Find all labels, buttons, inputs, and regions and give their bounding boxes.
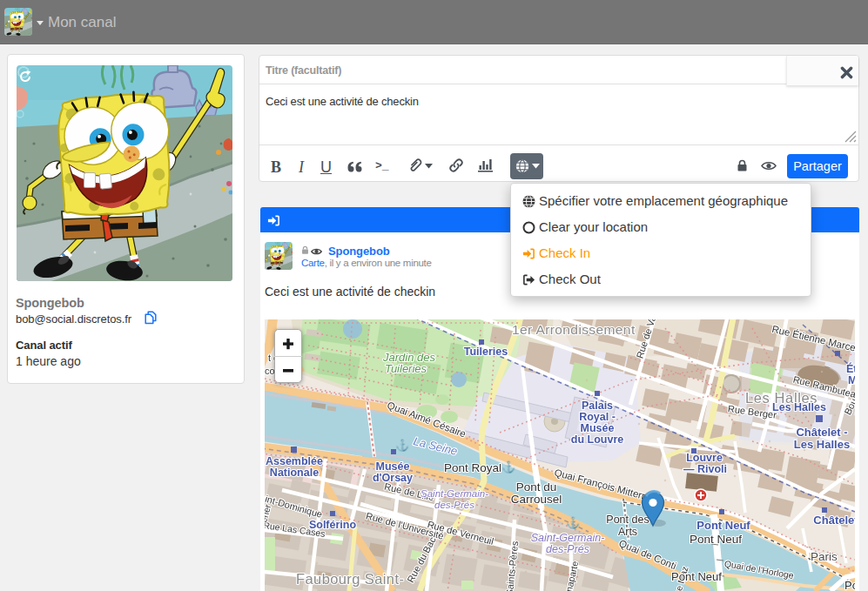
svg-text:co: co: [265, 366, 275, 376]
svg-text:Tuileries: Tuileries: [385, 362, 427, 375]
svg-text:Pont N: Pont N: [844, 579, 855, 591]
svg-text:Pont du: Pont du: [516, 480, 557, 494]
svg-text:Tuileries: Tuileries: [464, 346, 508, 358]
svg-text:Saint-Germain-: Saint-Germain-: [421, 488, 488, 499]
svg-text:⚓: ⚓: [395, 438, 410, 453]
svg-text:Assemblée: Assemblée: [266, 455, 323, 467]
svg-text:Palais: Palais: [582, 400, 613, 412]
svg-text:Saint-Germain-: Saint-Germain-: [531, 532, 605, 544]
svg-text:Paris: Paris: [811, 550, 838, 563]
svg-text:d'Orsay: d'Orsay: [373, 472, 413, 484]
svg-text:des-Prés: des-Prés: [546, 543, 589, 555]
svg-text:⚓: ⚓: [566, 515, 581, 530]
svg-text:Nationale: Nationale: [270, 467, 319, 479]
svg-text:Louvre: Louvre: [686, 452, 723, 464]
svg-text:du Louvre: du Louvre: [571, 433, 623, 446]
svg-text:Carrousel: Carrousel: [511, 493, 562, 506]
svg-text:Châtelet -: Châtelet -: [796, 426, 847, 439]
svg-text:Châtelet: Châtelet: [813, 514, 855, 527]
svg-text:Royal -: Royal -: [579, 411, 616, 423]
svg-text:Pont Royal: Pont Royal: [444, 461, 501, 474]
svg-text:Musée: Musée: [376, 460, 410, 473]
svg-text:Les Halles: Les Halles: [772, 401, 826, 413]
svg-text:Pont des: Pont des: [606, 514, 649, 526]
svg-text:Arts: Arts: [618, 526, 637, 538]
svg-text:⚓: ⚓: [501, 460, 516, 474]
svg-text:des-Prés: des-Prés: [434, 500, 474, 510]
svg-text:Pont Neuf: Pont Neuf: [671, 570, 722, 583]
svg-text:M: M: [848, 374, 855, 386]
svg-text:Solférino: Solférino: [309, 519, 357, 531]
svg-text:Faubourg Saint-: Faubourg Saint-: [296, 571, 404, 587]
svg-text:Les Halles: Les Halles: [794, 438, 850, 451]
svg-text:Pont Neuf: Pont Neuf: [690, 533, 742, 546]
svg-text:Pont Neuf: Pont Neuf: [696, 519, 750, 532]
svg-text:Musée: Musée: [581, 422, 615, 434]
svg-text:— Rivoli: — Rivoli: [683, 463, 727, 475]
svg-text:1er Arrondissement: 1er Arrondissement: [512, 322, 636, 337]
svg-text:Éti: Éti: [846, 362, 855, 375]
